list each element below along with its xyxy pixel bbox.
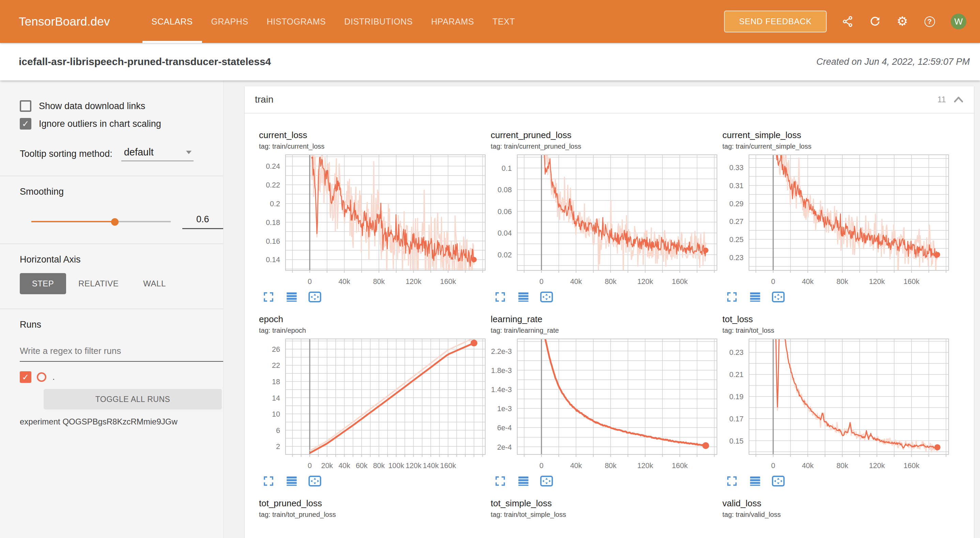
show-download-links-checkbox[interactable]	[20, 100, 31, 112]
settings-gear-icon[interactable]: ⚙	[896, 15, 908, 28]
chart-tag: tag: train/valid_loss	[722, 511, 954, 519]
stacked-lines-icon[interactable]	[284, 474, 299, 488]
tab-graphs[interactable]: GRAPHS	[202, 0, 258, 43]
svg-text:80k: 80k	[605, 278, 617, 286]
chart-plot[interactable]: 0.140.160.180.20.220.24040k80k120k160k	[259, 155, 486, 287]
svg-text:40k: 40k	[570, 461, 582, 470]
help-circle: ?	[924, 16, 935, 27]
fit-to-data-icon[interactable]	[771, 290, 786, 304]
expand-icon[interactable]	[261, 474, 276, 488]
svg-text:120k: 120k	[869, 278, 885, 286]
train-section-card: train 11 current_losstag: train/current_…	[245, 86, 974, 538]
stacked-lines-icon[interactable]	[516, 474, 531, 488]
expand-icon[interactable]	[261, 290, 276, 304]
svg-text:0.1: 0.1	[501, 164, 512, 172]
stacked-lines-icon[interactable]	[748, 474, 763, 488]
app-bar: TensorBoard.dev SCALARS GRAPHS HISTOGRAM…	[0, 0, 980, 43]
fit-to-data-icon[interactable]	[539, 290, 554, 304]
share-icon[interactable]	[842, 15, 854, 28]
fit-to-data-icon[interactable]	[771, 474, 786, 488]
smoothing-slider[interactable]	[31, 218, 171, 225]
expand-icon[interactable]	[493, 290, 508, 304]
svg-text:40k: 40k	[338, 278, 350, 286]
chart-plot[interactable]: 261014182226020k40k60k80k100k120k140k160…	[259, 338, 486, 471]
tooltip-sorting-select[interactable]: default	[121, 147, 194, 161]
expand-icon[interactable]	[493, 474, 508, 488]
chart-card-valid_loss: valid_losstag: train/valid_loss	[722, 490, 954, 519]
chart-toolbar	[722, 290, 954, 306]
svg-text:0.24: 0.24	[266, 162, 280, 171]
dropdown-arrow-icon	[186, 151, 191, 154]
tooltip-sorting-label: Tooltip sorting method:	[20, 148, 113, 161]
fit-to-data-icon[interactable]	[539, 474, 554, 488]
app-logo: TensorBoard.dev	[19, 15, 110, 28]
refresh-icon[interactable]	[869, 15, 881, 28]
expand-icon[interactable]	[724, 474, 740, 488]
help-icon[interactable]: ?	[923, 15, 936, 28]
haxis-step-button[interactable]: STEP	[20, 273, 66, 294]
svg-text:0.31: 0.31	[729, 182, 743, 190]
send-feedback-button[interactable]: SEND FEEDBACK	[724, 11, 827, 32]
tooltip-sorting-value: default	[124, 147, 154, 158]
stacked-lines-icon[interactable]	[284, 290, 299, 304]
chart-plot[interactable]: 0.020.040.060.080.1040k80k120k160k	[491, 155, 718, 287]
fit-to-data-icon[interactable]	[307, 290, 322, 304]
chart-toolbar	[259, 290, 491, 306]
expand-icon[interactable]	[724, 290, 740, 304]
svg-text:80k: 80k	[605, 461, 617, 470]
chart-plot[interactable]: 0.150.170.190.210.23040k80k120k160k	[722, 338, 949, 471]
ignore-outliers-checkbox[interactable]: ✓	[20, 118, 31, 129]
chart-card-current_loss: current_losstag: train/current_loss0.140…	[259, 122, 491, 306]
svg-text:0.22: 0.22	[266, 181, 280, 189]
svg-text:0.23: 0.23	[729, 254, 743, 262]
chart-count-badge: 11	[937, 95, 946, 104]
svg-text:0.18: 0.18	[266, 219, 280, 227]
svg-text:160k: 160k	[440, 278, 456, 286]
smoothing-value-field[interactable]: 0.6	[182, 214, 223, 229]
experiment-title-bar: icefall-asr-librispeech-pruned-transduce…	[0, 43, 980, 80]
page-title: icefall-asr-librispeech-pruned-transduce…	[19, 56, 271, 67]
show-download-links-label: Show data download links	[39, 101, 145, 112]
svg-text:120k: 120k	[406, 461, 422, 470]
chevron-up-icon	[953, 96, 964, 103]
tab-distributions[interactable]: DISTRIBUTIONS	[335, 0, 422, 43]
slider-fill	[31, 221, 115, 222]
svg-text:0.06: 0.06	[498, 208, 512, 216]
run-checkbox[interactable]: ✓	[20, 371, 31, 383]
charts-grid: current_losstag: train/current_loss0.140…	[245, 113, 974, 519]
chart-tag: tag: train/current_loss	[259, 142, 491, 150]
stacked-lines-icon[interactable]	[516, 290, 531, 304]
haxis-wall-button[interactable]: WALL	[131, 279, 178, 289]
svg-text:0: 0	[539, 461, 544, 470]
collapse-section-button[interactable]	[953, 94, 964, 105]
runs-regex-input[interactable]	[20, 344, 223, 362]
stacked-lines-icon[interactable]	[748, 290, 763, 304]
chart-tag: tag: train/tot_loss	[722, 327, 954, 334]
chart-card-current_pruned_loss: current_pruned_losstag: train/current_pr…	[491, 122, 722, 306]
chart-plot[interactable]: 2e-46e-41e-31.4e-31.8e-32.2e-3040k80k120…	[491, 338, 718, 471]
tab-histograms[interactable]: HISTOGRAMS	[258, 0, 335, 43]
svg-text:0.04: 0.04	[498, 229, 512, 237]
svg-text:22: 22	[272, 361, 280, 370]
svg-text:160k: 160k	[904, 461, 920, 470]
section-title: train	[255, 94, 273, 105]
toggle-all-runs-button[interactable]: TOGGLE ALL RUNS	[44, 389, 222, 409]
slider-thumb[interactable]	[111, 218, 119, 226]
tab-label: HISTOGRAMS	[267, 17, 326, 27]
svg-text:0.14: 0.14	[266, 256, 280, 264]
tab-text[interactable]: TEXT	[483, 0, 524, 43]
svg-text:80k: 80k	[837, 278, 848, 286]
svg-text:2e-4: 2e-4	[497, 443, 512, 452]
run-name: .	[52, 372, 55, 382]
svg-text:1.4e-3: 1.4e-3	[491, 386, 512, 394]
chart-plot[interactable]: 0.230.250.270.290.310.33040k80k120k160k	[722, 155, 949, 287]
chart-toolbar	[491, 290, 722, 306]
avatar[interactable]: W	[951, 14, 966, 29]
svg-text:0.16: 0.16	[266, 237, 280, 246]
gear-glyph: ⚙	[897, 15, 908, 28]
tab-hparams[interactable]: HPARAMS	[422, 0, 483, 43]
chart-card-current_simple_loss: current_simple_losstag: train/current_si…	[722, 122, 954, 306]
tab-scalars[interactable]: SCALARS	[142, 0, 202, 43]
haxis-relative-button[interactable]: RELATIVE	[66, 279, 131, 289]
fit-to-data-icon[interactable]	[307, 474, 322, 488]
